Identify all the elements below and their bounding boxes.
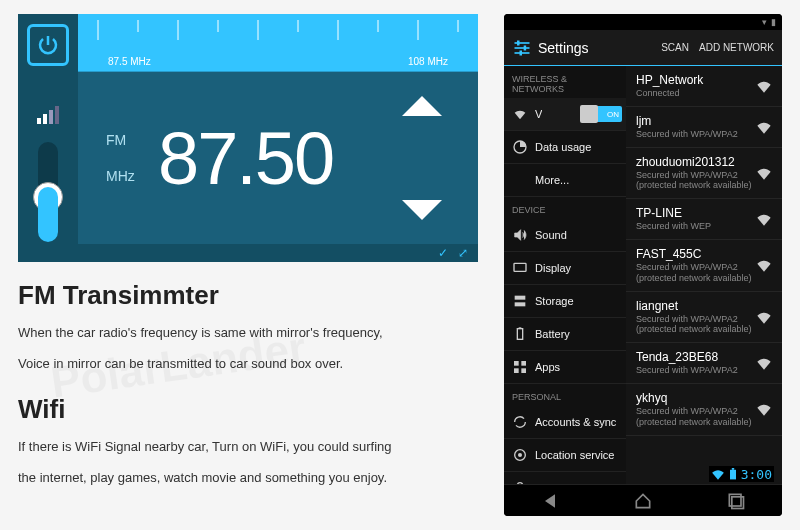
wifi-network-row[interactable]: ykhyq Secured with WPA/WPA2 (protected n… [626,384,782,436]
home-button[interactable] [633,491,653,511]
setting-location[interactable]: Location service [504,439,626,472]
wifi-subtitle: Secured with WPA/WPA2 (protected network… [636,262,756,284]
app-bar: Settings SCAN ADD NETWORK [504,30,782,66]
wifi-signal-icon [756,257,772,273]
svg-rect-22 [515,296,526,300]
freq-down-button[interactable] [402,200,442,220]
svg-rect-27 [521,361,526,366]
wifi-subtitle: Secured with WEP [636,221,756,232]
svg-rect-29 [521,368,526,373]
svg-rect-3 [55,106,59,124]
wifi-subtitle: Secured with WPA/WPA2 [636,129,756,140]
wifi-icon [512,106,528,122]
wifi-name: ljm [636,114,756,128]
svg-rect-34 [730,470,736,480]
setting-apps[interactable]: Apps [504,351,626,384]
nav-bar [504,484,782,516]
svg-rect-23 [515,302,526,306]
bottom-status: 3:00 [709,466,774,482]
wifi-subtitle: Secured with WPA/WPA2 (protected network… [636,170,756,192]
wifi-name: TP-LINE [636,206,756,220]
wifi-desc-1: If there is WiFi Signal nearby car, Turn… [18,435,478,460]
setting-storage[interactable]: Storage [504,285,626,318]
svg-rect-14 [515,42,530,44]
wifi-network-row[interactable]: Tenda_23BE68 Secured with WPA/WPA2 [626,343,782,384]
wifi-signal-icon [756,78,772,94]
setting-data-usage[interactable]: Data usage [504,131,626,164]
wifi-signal-icon [756,211,772,227]
wifi-subtitle: Secured with WPA/WPA2 (protected network… [636,314,756,336]
setting-sound[interactable]: Sound [504,219,626,252]
fm-bottombar: ✓ ⤢ [78,244,478,262]
svg-rect-26 [514,361,519,366]
ruler-min-label: 87.5 MHz [108,56,151,67]
mhz-label: MHz [106,158,158,194]
wifi-signal-icon [756,119,772,135]
back-button[interactable] [540,491,560,511]
frequency-value: 87.50 [158,116,333,201]
wifi-network-row[interactable]: FAST_455C Secured with WPA/WPA2 (protect… [626,240,782,292]
svg-rect-2 [49,110,53,124]
data-usage-icon [512,139,528,155]
wifi-name: ykhyq [636,391,756,405]
app-title: Settings [538,40,651,56]
ruler-max-label: 108 MHz [408,56,448,67]
sound-icon [512,227,528,243]
svg-point-30 [518,453,522,457]
power-button[interactable] [27,24,69,66]
svg-rect-0 [37,118,41,124]
wifi-network-row[interactable]: ljm Secured with WPA/WPA2 [626,107,782,148]
svg-rect-24 [517,329,522,340]
settings-list[interactable]: WIRELESS & NETWORKS V ON Data usage More… [504,66,626,484]
wifi-signal-icon [756,401,772,417]
wifi-network-list[interactable]: HP_Network Connected ljm Secured with WP… [626,66,782,484]
wifi-status-icon [711,468,725,480]
battery-status-icon [728,468,738,480]
section-personal: PERSONAL [504,384,626,406]
recent-button[interactable] [726,491,746,511]
svg-rect-25 [519,327,522,328]
status-battery-icon: ▮ [771,17,776,27]
expand-icon[interactable]: ⤢ [458,246,468,260]
wifi-signal-icon [756,165,772,181]
wifi-network-row[interactable]: zhouduomi201312 Secured with WPA/WPA2 (p… [626,148,782,200]
svg-rect-1 [43,114,47,124]
wifi-name: HP_Network [636,73,756,87]
wifi-network-row[interactable]: HP_Network Connected [626,66,782,107]
fm-label: FM [106,122,158,158]
power-icon [36,33,60,57]
wifi-toggle[interactable]: ON [582,106,622,122]
wifi-network-row[interactable]: liangnet Secured with WPA/WPA2 (protecte… [626,292,782,344]
fm-desc-2: Voice in mirror can be transmitted to ca… [18,352,478,377]
confirm-icon[interactable]: ✓ [438,246,448,260]
section-device: DEVICE [504,197,626,219]
fm-desc-1: When the car radio's frequency is same w… [18,321,478,346]
wifi-subtitle: Secured with WPA/WPA2 [636,365,756,376]
fm-heading: FM Transimmter [18,280,478,311]
ruler-ticks [78,20,478,50]
sync-icon [512,414,528,430]
setting-battery[interactable]: Battery [504,318,626,351]
setting-display[interactable]: Display [504,252,626,285]
settings-sliders-icon [512,38,532,58]
lock-icon [512,480,528,484]
volume-thumb[interactable] [33,182,63,212]
svg-rect-28 [514,368,519,373]
frequency-ruler[interactable]: 87.5 MHz 108 MHz [78,14,478,72]
wifi-network-row[interactable]: TP-LINE Secured with WEP [626,199,782,240]
setting-wifi[interactable]: V ON [504,98,626,131]
svg-rect-19 [520,50,523,55]
scan-button[interactable]: SCAN [661,42,689,53]
svg-rect-18 [524,45,527,50]
signal-icon [37,106,59,124]
battery-icon [512,326,528,342]
setting-more[interactable]: More... [504,164,626,197]
volume-slider[interactable] [38,142,58,242]
clock: 3:00 [741,467,772,482]
wifi-subtitle: Connected [636,88,756,99]
add-network-button[interactable]: ADD NETWORK [699,42,774,53]
setting-security[interactable]: Security [504,472,626,484]
setting-accounts[interactable]: Accounts & sync [504,406,626,439]
freq-up-button[interactable] [402,96,442,116]
svg-rect-15 [515,47,530,49]
